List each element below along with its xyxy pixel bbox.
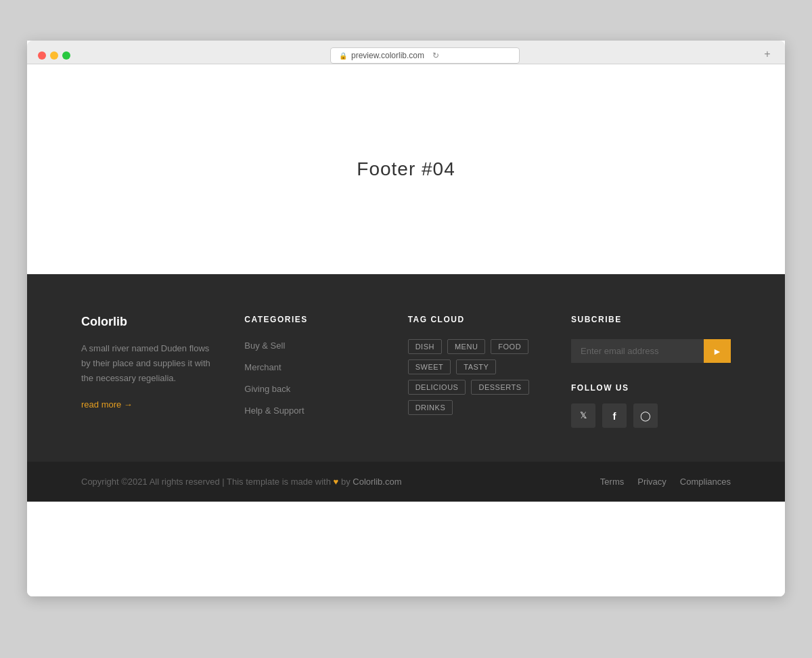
footer-col-categories: CATEGORIES Buy & Sell Merchant Giving ba… xyxy=(244,315,380,428)
reload-icon[interactable]: ↻ xyxy=(432,51,439,60)
categories-list: Buy & Sell Merchant Giving back Help & S… xyxy=(244,339,380,416)
footer-col-subscribe: SUBCRIBE ► FOLLOW US 𝕏 f xyxy=(571,315,731,428)
subscribe-title: SUBCRIBE xyxy=(571,315,731,324)
instagram-logo: ◯ xyxy=(640,410,651,421)
tagcloud-title: TAG CLOUD xyxy=(408,315,544,324)
tag-sweet[interactable]: SWEET xyxy=(408,359,451,374)
footer-col-brand: Colorlib A small river named Duden flows… xyxy=(81,315,217,428)
fullscreen-button[interactable] xyxy=(62,51,70,60)
twitter-logo: 𝕏 xyxy=(580,410,587,421)
send-icon: ► xyxy=(713,346,722,357)
heart-icon: ♥ xyxy=(334,477,341,487)
subscribe-form: ► xyxy=(571,339,731,363)
close-button[interactable] xyxy=(38,51,46,60)
page-bottom xyxy=(27,502,785,596)
category-link-buy-sell[interactable]: Buy & Sell xyxy=(244,341,285,351)
colorlib-link[interactable]: Colorlib.com xyxy=(353,477,401,487)
tag-desserts[interactable]: DESSERTS xyxy=(471,380,528,395)
social-icons: 𝕏 f ◯ xyxy=(571,403,731,428)
follow-us-title: FOLLOW US xyxy=(571,383,731,393)
email-input[interactable] xyxy=(571,339,704,363)
browser-chrome: 🔒 preview.colorlib.com ↻ + xyxy=(27,41,785,64)
traffic-lights xyxy=(38,51,70,60)
list-item: Giving back xyxy=(244,382,380,395)
tag-food[interactable]: FOOD xyxy=(491,339,528,354)
terms-link[interactable]: Terms xyxy=(600,477,624,487)
address-bar-inner[interactable]: 🔒 preview.colorlib.com ↻ xyxy=(330,47,520,64)
twitter-icon[interactable]: 𝕏 xyxy=(571,403,595,428)
copyright-text: Copyright ©2021 All rights reserved | Th… xyxy=(81,477,402,487)
list-item: Merchant xyxy=(244,361,380,373)
facebook-logo: f xyxy=(612,410,616,422)
page-title: Footer #04 xyxy=(357,158,455,180)
footer-bottom-links: Terms Privacy Compliances xyxy=(600,477,731,487)
page-content: Footer #04 xyxy=(27,64,785,274)
subscribe-button[interactable]: ► xyxy=(704,339,731,363)
footer-grid: Colorlib A small river named Duden flows… xyxy=(81,315,731,428)
privacy-link[interactable]: Privacy xyxy=(637,477,667,487)
footer-bottom: Copyright ©2021 All rights reserved | Th… xyxy=(27,462,785,502)
tag-tasty[interactable]: TASTY xyxy=(456,359,496,374)
browser-window: 🔒 preview.colorlib.com ↻ + Footer #04 Co… xyxy=(27,41,785,596)
category-link-giving-back[interactable]: Giving back xyxy=(244,384,290,394)
category-link-merchant[interactable]: Merchant xyxy=(244,362,281,372)
tag-cloud: DISH MENU FOOD SWEET TASTY DELICIOUS DES… xyxy=(408,339,544,415)
tag-dish[interactable]: DISH xyxy=(408,339,442,354)
tag-delicious[interactable]: DELICIOUS xyxy=(408,380,466,395)
outer-wrapper: 🔒 preview.colorlib.com ↻ + Footer #04 Co… xyxy=(0,0,812,658)
minimize-button[interactable] xyxy=(50,51,58,60)
footer-description: A small river named Duden flows by their… xyxy=(81,341,217,386)
list-item: Buy & Sell xyxy=(244,339,380,351)
instagram-icon[interactable]: ◯ xyxy=(633,403,658,428)
footer-brand-name: Colorlib xyxy=(81,315,217,329)
facebook-icon[interactable]: f xyxy=(602,403,627,428)
address-bar: 🔒 preview.colorlib.com ↻ xyxy=(103,47,747,64)
compliances-link[interactable]: Compliances xyxy=(680,477,731,487)
copyright-label: Copyright ©2021 All rights reserved | Th… xyxy=(81,477,331,487)
categories-title: CATEGORIES xyxy=(244,315,380,324)
category-link-help-support[interactable]: Help & Support xyxy=(244,405,304,416)
lock-icon: 🔒 xyxy=(339,52,347,60)
by-label: by xyxy=(341,477,353,487)
list-item: Help & Support xyxy=(244,404,380,416)
tag-menu[interactable]: MENU xyxy=(447,339,485,354)
tag-drinks[interactable]: DRINKS xyxy=(408,400,453,415)
footer-main: Colorlib A small river named Duden flows… xyxy=(27,274,785,462)
url-text: preview.colorlib.com xyxy=(351,51,424,60)
footer-col-tags: TAG CLOUD DISH MENU FOOD SWEET TASTY DEL… xyxy=(408,315,544,428)
read-more-link[interactable]: read more → xyxy=(81,399,133,410)
new-tab-button[interactable]: + xyxy=(761,47,774,61)
